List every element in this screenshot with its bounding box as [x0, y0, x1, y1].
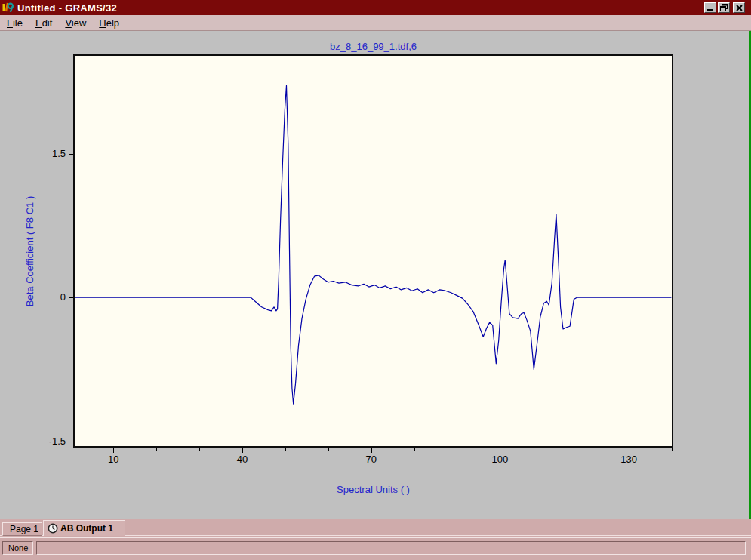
- tab-page-1[interactable]: Page 1: [2, 522, 42, 536]
- clock-icon: [48, 523, 58, 534]
- x-tick-minor: [543, 448, 543, 451]
- y-tick-major: [69, 154, 73, 155]
- x-tick-minor: [414, 448, 415, 451]
- tab-label: AB Output 1: [60, 523, 113, 534]
- y-tick-label: 1.5: [30, 147, 66, 158]
- x-tick-label: 130: [614, 454, 644, 465]
- x-axis-label: Spectral Units ( ): [73, 484, 673, 495]
- minimize-button[interactable]: [704, 2, 716, 13]
- close-button[interactable]: [733, 2, 745, 13]
- chart-title: bz_8_16_99_1.tdf,6: [73, 41, 673, 52]
- y-tick-label: -1.5: [30, 435, 66, 446]
- x-tick-major: [629, 448, 629, 453]
- minimize-icon: [707, 9, 713, 11]
- x-tick-label: 70: [356, 454, 386, 465]
- restore-icon: [720, 4, 728, 11]
- y-tick-major: [69, 442, 73, 442]
- menu-view[interactable]: View: [59, 16, 92, 30]
- x-tick-minor: [199, 448, 200, 451]
- restore-button[interactable]: [718, 2, 730, 13]
- chart-client-area: bz_8_16_99_1.tdf,6 Beta Coefficient ( F8…: [0, 31, 749, 519]
- status-message-panel: [36, 541, 746, 555]
- x-tick-major: [371, 448, 372, 453]
- tab-label: Page 1: [10, 524, 38, 534]
- app-logo-icon: [2, 2, 14, 14]
- x-tick-minor: [285, 448, 286, 451]
- close-icon: [736, 5, 743, 11]
- x-tick-minor: [586, 448, 586, 451]
- x-tick-minor: [156, 448, 157, 451]
- x-tick-major: [242, 448, 243, 453]
- x-tick-label: 40: [227, 454, 257, 465]
- x-tick-label: 10: [98, 454, 128, 465]
- title-bar: Untitled - GRAMS/32: [0, 0, 751, 15]
- x-tick-minor: [328, 448, 329, 451]
- plot-area[interactable]: [73, 54, 673, 448]
- x-tick-minor: [672, 448, 673, 451]
- series-beta-coefficient: [75, 85, 672, 404]
- y-axis-label: Beta Coefficient ( F8 C1 ): [24, 196, 35, 306]
- status-bar: None: [0, 537, 751, 560]
- status-mode-panel: None: [2, 541, 33, 555]
- window-title: Untitled - GRAMS/32: [17, 2, 117, 14]
- page-tab-bar: Page 1 AB Output 1: [0, 519, 751, 537]
- x-tick-minor: [457, 448, 457, 451]
- menu-file[interactable]: File: [1, 16, 29, 30]
- spectrum-line-plot: [75, 56, 672, 446]
- x-tick-label: 100: [485, 454, 515, 465]
- x-tick-major: [113, 448, 114, 453]
- y-tick-major: [69, 297, 73, 298]
- tab-ab-output-1[interactable]: AB Output 1: [43, 520, 125, 536]
- status-mode-text: None: [8, 543, 28, 552]
- x-tick-major: [500, 448, 500, 453]
- menu-help[interactable]: Help: [93, 16, 125, 30]
- menu-edit[interactable]: Edit: [29, 16, 58, 30]
- menu-bar: File Edit View Help: [0, 15, 751, 31]
- y-tick-label: 0: [30, 291, 66, 303]
